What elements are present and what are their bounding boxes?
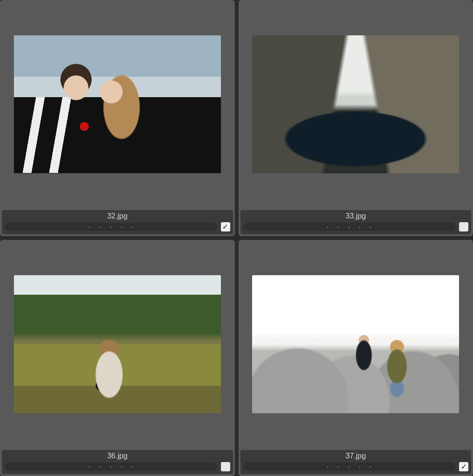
rating-dot [359, 226, 360, 228]
pick-checkbox[interactable]: ✓ [459, 462, 468, 471]
pick-checkbox[interactable]: ✓ [221, 222, 230, 231]
filename-label: 36.jpg [5, 452, 230, 460]
rating-track[interactable] [5, 223, 217, 231]
filename-label: 33.jpg [243, 212, 469, 220]
rating-track[interactable] [5, 463, 217, 471]
thumbnail-cell[interactable]: 36.jpg [0, 240, 235, 476]
rating-dot [370, 466, 371, 468]
thumbnail-image[interactable] [14, 35, 221, 173]
rating-track[interactable] [243, 223, 456, 231]
rating-dot [121, 226, 122, 228]
rating-dot [110, 226, 112, 228]
rating-dot [338, 466, 339, 468]
thumbnail-cell[interactable]: 32.jpg ✓ [0, 0, 235, 236]
rating-dot [100, 226, 101, 228]
rating-dot [100, 466, 101, 468]
thumbnail-area [239, 0, 473, 208]
thumbnail-footer: 33.jpg [240, 210, 472, 234]
footer-row [243, 222, 469, 231]
footer-row: ✓ [5, 222, 230, 231]
rating-dot [370, 226, 371, 228]
rating-dot [338, 226, 339, 228]
thumbnail-grid: 32.jpg ✓ 33.jpg [0, 0, 473, 476]
thumbnail-image[interactable] [252, 35, 459, 173]
rating-dot [327, 466, 328, 468]
thumbnail-image[interactable] [14, 275, 221, 413]
rating-dot [89, 466, 90, 468]
rating-dot [132, 466, 133, 468]
filename-label: 37.jpg [243, 452, 469, 460]
thumbnail-area [239, 240, 473, 448]
thumbnail-cell[interactable]: 37.jpg ✓ [239, 240, 473, 476]
rating-dot [132, 226, 133, 228]
pick-checkbox[interactable] [459, 222, 468, 231]
thumbnail-footer: 37.jpg ✓ [240, 450, 472, 474]
rating-dot [89, 226, 90, 228]
filename-label: 32.jpg [5, 212, 230, 220]
footer-row: ✓ [243, 462, 469, 471]
rating-dot [359, 466, 360, 468]
footer-row [5, 462, 230, 471]
rating-dot [110, 466, 112, 468]
thumbnail-area [0, 0, 235, 208]
rating-track[interactable] [243, 463, 456, 471]
thumbnail-footer: 36.jpg [2, 450, 233, 474]
rating-dot [348, 466, 350, 468]
pick-checkbox[interactable] [221, 462, 230, 471]
rating-dot [327, 226, 328, 228]
rating-dot [121, 466, 122, 468]
thumbnail-image[interactable] [252, 275, 459, 413]
thumbnail-footer: 32.jpg ✓ [2, 210, 233, 234]
thumbnail-cell[interactable]: 33.jpg [239, 0, 473, 236]
thumbnail-area [0, 240, 235, 448]
rating-dot [348, 226, 350, 228]
